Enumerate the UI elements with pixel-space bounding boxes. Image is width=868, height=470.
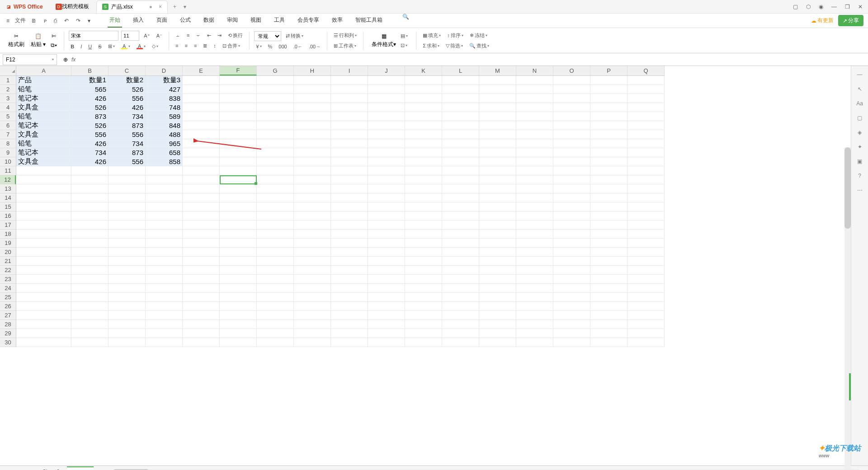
cell[interactable]: 文具盒 <box>16 103 71 112</box>
align-left-icon[interactable]: ≡ <box>174 42 180 49</box>
cell[interactable] <box>294 212 331 221</box>
cell[interactable] <box>16 302 71 311</box>
cell[interactable] <box>368 184 405 193</box>
minimize-icon[interactable]: — <box>831 4 837 10</box>
cell[interactable] <box>405 302 442 311</box>
cell[interactable] <box>331 121 368 130</box>
cell[interactable] <box>627 76 665 85</box>
cond-format-icon[interactable]: ▦ <box>380 33 387 40</box>
cell[interactable] <box>479 293 516 302</box>
col-header-O[interactable]: O <box>553 66 590 75</box>
cell[interactable] <box>257 230 294 239</box>
cell[interactable] <box>220 166 257 175</box>
cell[interactable] <box>479 76 516 85</box>
cell[interactable] <box>590 338 627 347</box>
cell[interactable] <box>368 338 405 347</box>
cell[interactable] <box>71 166 108 175</box>
cell[interactable] <box>627 148 665 157</box>
cell[interactable] <box>516 166 553 175</box>
cell[interactable] <box>257 311 294 320</box>
cell[interactable] <box>479 166 516 175</box>
cell[interactable] <box>146 239 183 248</box>
cell[interactable] <box>294 221 331 230</box>
cell[interactable] <box>479 284 516 293</box>
cell[interactable] <box>516 329 553 338</box>
row-header[interactable]: 21 <box>0 257 16 266</box>
cell[interactable] <box>627 248 665 257</box>
cell[interactable] <box>368 94 405 103</box>
cell[interactable] <box>627 257 665 266</box>
cell[interactable] <box>16 175 71 184</box>
cell[interactable] <box>590 293 627 302</box>
cell[interactable]: 556 <box>108 157 146 166</box>
tab-smart[interactable]: 智能工具箱 <box>354 14 384 28</box>
cell[interactable] <box>590 76 627 85</box>
cell[interactable] <box>368 112 405 121</box>
cell[interactable] <box>331 221 368 230</box>
cell[interactable] <box>627 94 665 103</box>
cell[interactable] <box>220 202 257 212</box>
cell[interactable] <box>553 175 590 184</box>
cell[interactable] <box>294 202 331 212</box>
cell[interactable] <box>405 239 442 248</box>
cell[interactable] <box>294 94 331 103</box>
cell[interactable] <box>294 76 331 85</box>
cell[interactable] <box>146 329 183 338</box>
cell[interactable] <box>553 266 590 275</box>
cell[interactable] <box>294 166 331 175</box>
cell[interactable] <box>146 320 183 329</box>
cell[interactable] <box>479 302 516 311</box>
cell[interactable] <box>553 76 590 85</box>
cell[interactable] <box>183 85 220 94</box>
row-header[interactable]: 2 <box>0 85 16 94</box>
cell[interactable] <box>220 311 257 320</box>
cell[interactable] <box>627 302 665 311</box>
cell[interactable] <box>220 112 257 121</box>
cell[interactable] <box>553 311 590 320</box>
cell[interactable] <box>108 212 146 221</box>
cell[interactable] <box>405 94 442 103</box>
cell[interactable] <box>405 329 442 338</box>
cell[interactable] <box>590 112 627 121</box>
cell[interactable] <box>146 266 183 275</box>
cell[interactable] <box>627 157 665 166</box>
cell[interactable]: 526 <box>108 85 146 94</box>
name-box[interactable]: F12 ▾ <box>3 54 57 65</box>
cell[interactable] <box>442 166 479 175</box>
cell[interactable] <box>183 311 220 320</box>
cell[interactable] <box>257 329 294 338</box>
search-icon[interactable]: 🔍 <box>402 14 409 28</box>
number-format-select[interactable]: 常规 <box>254 31 281 41</box>
cell[interactable] <box>590 230 627 239</box>
cell[interactable] <box>405 193 442 202</box>
row-header[interactable]: 14 <box>0 193 16 202</box>
maximize-icon[interactable]: ❐ <box>845 4 850 10</box>
select-all-corner[interactable]: ◢ <box>0 66 16 76</box>
cell[interactable] <box>220 184 257 193</box>
cell[interactable] <box>331 311 368 320</box>
cell[interactable] <box>294 266 331 275</box>
cell[interactable] <box>16 257 71 266</box>
cell[interactable] <box>294 302 331 311</box>
cell[interactable] <box>108 202 146 212</box>
cell[interactable] <box>71 184 108 193</box>
cell[interactable] <box>442 193 479 202</box>
cell[interactable] <box>183 112 220 121</box>
convert-button[interactable]: ⇄ 转换▾ <box>284 32 305 40</box>
cell[interactable] <box>16 329 71 338</box>
cell[interactable] <box>516 202 553 212</box>
cell[interactable] <box>627 202 665 212</box>
row-header[interactable]: 26 <box>0 302 16 311</box>
cell[interactable] <box>442 338 479 347</box>
cell[interactable] <box>479 311 516 320</box>
cell[interactable] <box>16 293 71 302</box>
tab-efficiency[interactable]: 效率 <box>330 14 344 28</box>
cell[interactable] <box>257 266 294 275</box>
col-header-A[interactable]: A <box>16 66 71 75</box>
cell[interactable] <box>220 338 257 347</box>
cell[interactable] <box>590 184 627 193</box>
cell[interactable] <box>183 338 220 347</box>
cell[interactable] <box>183 212 220 221</box>
orientation-icon[interactable]: ↕ <box>212 42 218 49</box>
cell[interactable]: 658 <box>146 148 183 157</box>
